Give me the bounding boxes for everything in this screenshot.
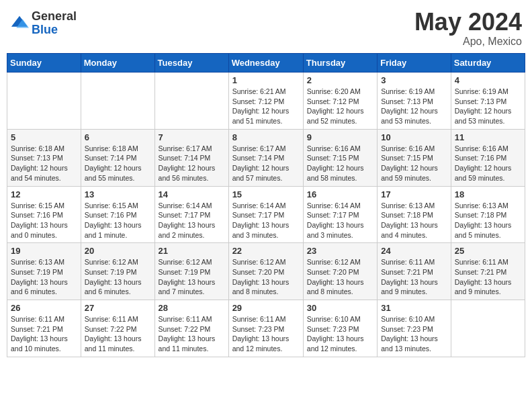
day-info: Sunrise: 6:12 AM Sunset: 7:19 PM Dayligh… bbox=[159, 257, 225, 297]
calendar-cell: 26Sunrise: 6:11 AM Sunset: 7:21 PM Dayli… bbox=[7, 300, 81, 357]
day-info: Sunrise: 6:14 AM Sunset: 7:17 PM Dayligh… bbox=[232, 201, 300, 240]
day-number: 13 bbox=[85, 189, 151, 199]
day-number: 23 bbox=[307, 246, 373, 256]
month-title: May 2024 bbox=[414, 10, 522, 34]
day-header-monday: Monday bbox=[81, 54, 154, 73]
day-header-thursday: Thursday bbox=[303, 54, 377, 73]
day-number: 19 bbox=[11, 246, 77, 256]
day-info: Sunrise: 6:18 AM Sunset: 7:14 PM Dayligh… bbox=[85, 144, 151, 183]
day-info: Sunrise: 6:19 AM Sunset: 7:13 PM Dayligh… bbox=[381, 87, 447, 126]
calendar-cell: 1Sunrise: 6:21 AM Sunset: 7:12 PM Daylig… bbox=[228, 73, 303, 130]
day-number: 27 bbox=[85, 303, 151, 313]
day-info: Sunrise: 6:10 AM Sunset: 7:23 PM Dayligh… bbox=[381, 314, 447, 354]
calendar-cell: 21Sunrise: 6:12 AM Sunset: 7:19 PM Dayli… bbox=[154, 243, 228, 300]
day-info: Sunrise: 6:14 AM Sunset: 7:17 PM Dayligh… bbox=[307, 201, 373, 240]
calendar-cell: 29Sunrise: 6:11 AM Sunset: 7:23 PM Dayli… bbox=[228, 300, 303, 357]
calendar-cell: 11Sunrise: 6:16 AM Sunset: 7:16 PM Dayli… bbox=[451, 129, 525, 186]
calendar-cell: 7Sunrise: 6:17 AM Sunset: 7:14 PM Daylig… bbox=[154, 129, 228, 186]
calendar-cell: 31Sunrise: 6:10 AM Sunset: 7:23 PM Dayli… bbox=[378, 300, 451, 357]
day-info: Sunrise: 6:13 AM Sunset: 7:18 PM Dayligh… bbox=[455, 201, 521, 240]
day-info: Sunrise: 6:11 AM Sunset: 7:23 PM Dayligh… bbox=[232, 314, 300, 354]
calendar-cell: 3Sunrise: 6:19 AM Sunset: 7:13 PM Daylig… bbox=[378, 73, 451, 130]
day-info: Sunrise: 6:11 AM Sunset: 7:21 PM Dayligh… bbox=[381, 257, 447, 297]
location-text: Apo, Mexico bbox=[414, 36, 522, 48]
day-number: 9 bbox=[307, 132, 373, 142]
day-info: Sunrise: 6:13 AM Sunset: 7:18 PM Dayligh… bbox=[381, 201, 447, 240]
day-number: 21 bbox=[159, 246, 225, 256]
day-info: Sunrise: 6:11 AM Sunset: 7:22 PM Dayligh… bbox=[159, 314, 225, 354]
day-header-tuesday: Tuesday bbox=[154, 54, 228, 73]
calendar-cell: 10Sunrise: 6:16 AM Sunset: 7:15 PM Dayli… bbox=[378, 129, 451, 186]
calendar-cell: 15Sunrise: 6:14 AM Sunset: 7:17 PM Dayli… bbox=[228, 186, 303, 243]
calendar-cell: 30Sunrise: 6:10 AM Sunset: 7:23 PM Dayli… bbox=[303, 300, 377, 357]
calendar-cell: 4Sunrise: 6:19 AM Sunset: 7:13 PM Daylig… bbox=[451, 73, 525, 130]
day-number: 1 bbox=[232, 75, 300, 85]
day-number: 20 bbox=[85, 246, 151, 256]
day-number: 29 bbox=[232, 303, 300, 313]
day-number: 3 bbox=[381, 75, 447, 85]
calendar-cell: 17Sunrise: 6:13 AM Sunset: 7:18 PM Dayli… bbox=[378, 186, 451, 243]
calendar-cell: 9Sunrise: 6:16 AM Sunset: 7:15 PM Daylig… bbox=[303, 129, 377, 186]
day-info: Sunrise: 6:21 AM Sunset: 7:12 PM Dayligh… bbox=[232, 87, 300, 126]
day-header-wednesday: Wednesday bbox=[228, 54, 303, 73]
week-row-3: 19Sunrise: 6:13 AM Sunset: 7:19 PM Dayli… bbox=[7, 243, 525, 300]
day-info: Sunrise: 6:12 AM Sunset: 7:19 PM Dayligh… bbox=[85, 257, 151, 297]
day-info: Sunrise: 6:12 AM Sunset: 7:20 PM Dayligh… bbox=[307, 257, 373, 297]
day-number: 24 bbox=[381, 246, 447, 256]
calendar-table: SundayMondayTuesdayWednesdayThursdayFrid… bbox=[7, 53, 525, 357]
calendar-cell: 19Sunrise: 6:13 AM Sunset: 7:19 PM Dayli… bbox=[7, 243, 81, 300]
day-info: Sunrise: 6:11 AM Sunset: 7:21 PM Dayligh… bbox=[455, 257, 521, 297]
day-info: Sunrise: 6:20 AM Sunset: 7:12 PM Dayligh… bbox=[307, 87, 373, 126]
day-info: Sunrise: 6:13 AM Sunset: 7:19 PM Dayligh… bbox=[11, 257, 77, 297]
title-block: May 2024 Apo, Mexico bbox=[414, 10, 522, 48]
calendar-cell: 8Sunrise: 6:17 AM Sunset: 7:14 PM Daylig… bbox=[228, 129, 303, 186]
logo: General Blue bbox=[10, 10, 77, 37]
day-info: Sunrise: 6:19 AM Sunset: 7:13 PM Dayligh… bbox=[455, 87, 521, 126]
calendar-cell: 25Sunrise: 6:11 AM Sunset: 7:21 PM Dayli… bbox=[451, 243, 525, 300]
calendar-cell: 23Sunrise: 6:12 AM Sunset: 7:20 PM Dayli… bbox=[303, 243, 377, 300]
day-number: 30 bbox=[307, 303, 373, 313]
calendar-body: 1Sunrise: 6:21 AM Sunset: 7:12 PM Daylig… bbox=[7, 73, 525, 357]
day-header-sunday: Sunday bbox=[7, 54, 81, 73]
day-number: 6 bbox=[85, 132, 151, 142]
day-number: 28 bbox=[159, 303, 225, 313]
calendar-cell: 12Sunrise: 6:15 AM Sunset: 7:16 PM Dayli… bbox=[7, 186, 81, 243]
calendar-cell: 28Sunrise: 6:11 AM Sunset: 7:22 PM Dayli… bbox=[154, 300, 228, 357]
logo-icon bbox=[10, 14, 29, 33]
calendar-cell: 6Sunrise: 6:18 AM Sunset: 7:14 PM Daylig… bbox=[81, 129, 154, 186]
day-info: Sunrise: 6:16 AM Sunset: 7:15 PM Dayligh… bbox=[381, 144, 447, 183]
days-header-row: SundayMondayTuesdayWednesdayThursdayFrid… bbox=[7, 54, 525, 73]
calendar-header: SundayMondayTuesdayWednesdayThursdayFrid… bbox=[7, 54, 525, 73]
day-info: Sunrise: 6:17 AM Sunset: 7:14 PM Dayligh… bbox=[159, 144, 225, 183]
calendar-cell: 18Sunrise: 6:13 AM Sunset: 7:18 PM Dayli… bbox=[451, 186, 525, 243]
day-info: Sunrise: 6:14 AM Sunset: 7:17 PM Dayligh… bbox=[159, 201, 225, 240]
calendar-cell: 22Sunrise: 6:12 AM Sunset: 7:20 PM Dayli… bbox=[228, 243, 303, 300]
day-number: 5 bbox=[11, 132, 77, 142]
day-number: 2 bbox=[307, 75, 373, 85]
day-number: 12 bbox=[11, 189, 77, 199]
day-number: 16 bbox=[307, 189, 373, 199]
day-number: 18 bbox=[455, 189, 521, 199]
day-info: Sunrise: 6:12 AM Sunset: 7:20 PM Dayligh… bbox=[232, 257, 300, 297]
day-header-friday: Friday bbox=[378, 54, 451, 73]
day-info: Sunrise: 6:16 AM Sunset: 7:16 PM Dayligh… bbox=[455, 144, 521, 183]
calendar-cell: 20Sunrise: 6:12 AM Sunset: 7:19 PM Dayli… bbox=[81, 243, 154, 300]
day-number: 7 bbox=[159, 132, 225, 142]
day-number: 11 bbox=[455, 132, 521, 142]
day-number: 8 bbox=[232, 132, 300, 142]
day-number: 22 bbox=[232, 246, 300, 256]
calendar-cell bbox=[81, 73, 154, 130]
day-number: 26 bbox=[11, 303, 77, 313]
logo-general-text: General bbox=[32, 10, 77, 24]
calendar-cell bbox=[451, 300, 525, 357]
day-header-saturday: Saturday bbox=[451, 54, 525, 73]
calendar-cell: 5Sunrise: 6:18 AM Sunset: 7:13 PM Daylig… bbox=[7, 129, 81, 186]
day-info: Sunrise: 6:16 AM Sunset: 7:15 PM Dayligh… bbox=[307, 144, 373, 183]
day-info: Sunrise: 6:10 AM Sunset: 7:23 PM Dayligh… bbox=[307, 314, 373, 354]
day-number: 4 bbox=[455, 75, 521, 85]
day-number: 25 bbox=[455, 246, 521, 256]
day-info: Sunrise: 6:15 AM Sunset: 7:16 PM Dayligh… bbox=[85, 201, 151, 240]
week-row-4: 26Sunrise: 6:11 AM Sunset: 7:21 PM Dayli… bbox=[7, 300, 525, 357]
week-row-1: 5Sunrise: 6:18 AM Sunset: 7:13 PM Daylig… bbox=[7, 129, 525, 186]
day-number: 10 bbox=[381, 132, 447, 142]
